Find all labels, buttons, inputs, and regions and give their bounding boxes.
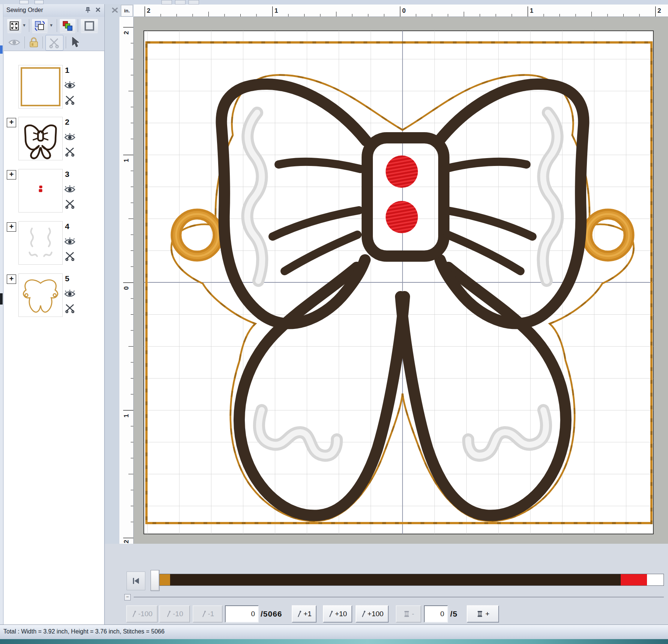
panel-header: Sewing Order (3, 4, 104, 17)
stitch-total-label: /5066 (261, 605, 282, 623)
close-icon[interactable] (95, 7, 101, 13)
current-stitch-input[interactable] (225, 605, 259, 623)
lock-icon[interactable] (28, 36, 39, 48)
eye-icon[interactable] (64, 81, 76, 90)
needle-icon (328, 610, 333, 618)
eye-toolbar-icon[interactable] (8, 38, 21, 47)
item-thumbnail-red-dots[interactable] (18, 169, 63, 213)
thread-progress-bar[interactable] (159, 574, 664, 586)
item-thumbnail-squiggles[interactable] (18, 221, 63, 265)
item-thumbnail-gold-bow[interactable] (18, 273, 63, 317)
separator (66, 36, 66, 48)
window-bottom-edge (0, 639, 668, 644)
v-ruler-label: 1 (123, 414, 130, 418)
edge-fragment (0, 293, 3, 305)
sewing-order-panel: Sewing Order ▼ (3, 4, 105, 624)
item-thumbnail-bow-outline[interactable] (18, 117, 63, 160)
separator (78, 19, 78, 32)
item-number: 5 (65, 274, 69, 283)
scissors-icon[interactable] (65, 251, 75, 261)
design-canvas[interactable] (134, 17, 668, 544)
order-options-button[interactable] (32, 19, 48, 33)
cutoff-icon (35, 0, 44, 4)
status-bar: Total : Width = 3.92 inch, Height = 3.76… (0, 624, 668, 639)
fit-to-window-icon (9, 21, 19, 31)
current-color-input[interactable] (424, 605, 448, 623)
thumbnail-gold-contour (19, 274, 62, 317)
scissors-icon[interactable] (65, 95, 75, 105)
list-item[interactable]: + 3 (4, 169, 104, 213)
stitch-back-1-button[interactable]: -1 (193, 605, 223, 623)
button-label: +1 (303, 610, 312, 618)
color-fwd-button[interactable]: + (467, 605, 499, 623)
list-item[interactable]: + 4 (4, 221, 104, 265)
stitch-back-10-button[interactable]: -10 (159, 605, 190, 623)
scissors-icon[interactable] (65, 147, 75, 157)
scissors-icon (48, 37, 60, 48)
thumbnail-gold-square (21, 67, 60, 106)
fit-to-window-button[interactable] (7, 19, 21, 33)
h-ruler-label: 1 (530, 7, 533, 14)
h-ruler-label: 2 (147, 7, 150, 14)
expand-plus-box[interactable]: + (7, 274, 16, 284)
scissors-icon[interactable] (65, 303, 75, 313)
h-ruler-label: 1 (274, 7, 278, 14)
panel-lower-gap (105, 544, 134, 545)
expand-plus-box[interactable]: + (7, 170, 16, 179)
expand-plus-box[interactable]: + (7, 118, 16, 127)
expand-plus-box[interactable]: + (7, 222, 16, 232)
stitch-fwd-1-button[interactable]: +1 (292, 605, 317, 623)
ruler-horizontal: 2 1 0 1 2 (134, 5, 668, 17)
stitch-fwd-10-button[interactable]: +10 (323, 605, 352, 623)
progress-segment-brown (170, 574, 621, 585)
panel-toolbar-row2 (3, 34, 104, 51)
eye-icon[interactable] (64, 185, 76, 194)
list-item[interactable]: + 2 (4, 117, 104, 161)
status-text: Total : Width = 3.92 inch, Height = 3.76… (3, 628, 164, 635)
hoop-frame-button[interactable] (81, 19, 98, 33)
needle-icon (201, 610, 207, 618)
color-back-button[interactable]: - (396, 605, 421, 623)
ruler-unit-label: in. (124, 8, 130, 14)
cutoff-icon (175, 0, 185, 5)
collapse-minus-box[interactable]: − (124, 594, 131, 600)
edge-fragment (0, 45, 3, 54)
cursor-arrow-icon[interactable] (70, 36, 80, 48)
stitch-fwd-100-button[interactable]: +100 (356, 605, 389, 623)
button-label: - (412, 610, 414, 618)
stitch-back-100-button[interactable]: -100 (126, 605, 158, 623)
separator (57, 19, 57, 32)
application-window: Sewing Order ▼ (0, 0, 668, 644)
h-ruler-label: 0 (402, 7, 406, 14)
needle-icon (131, 610, 137, 618)
ruler-vertical: 2 1 0 1 2 (119, 17, 134, 544)
lock-keyhole (32, 43, 33, 46)
fit-dropdown-arrow[interactable]: ▼ (22, 23, 27, 28)
needle-icon (166, 610, 171, 618)
item-number: 1 (65, 66, 69, 75)
progress-segment-gold (160, 574, 170, 585)
scissors-icon[interactable] (65, 199, 75, 209)
color-sort-button[interactable] (60, 19, 75, 33)
eye-icon[interactable] (64, 133, 76, 142)
ruler-unit-box[interactable]: in. (121, 5, 133, 17)
order-options-icon (34, 20, 45, 32)
scissors-toolbar-button[interactable] (45, 35, 63, 51)
spool-icon (403, 610, 410, 618)
eye-icon[interactable] (64, 289, 76, 298)
button-label: +100 (368, 610, 384, 618)
color-sort-icon (62, 21, 73, 31)
simulator-slider-handle[interactable] (151, 570, 160, 591)
item-number: 2 (65, 118, 69, 127)
pin-icon[interactable] (84, 7, 91, 14)
h-ruler-label: 2 (657, 7, 661, 14)
list-item[interactable]: + 5 (4, 273, 104, 318)
item-thumbnail-square[interactable] (18, 65, 63, 109)
order-dropdown-arrow[interactable]: ▼ (49, 23, 54, 28)
thumbnail-white-squiggles (19, 222, 62, 264)
ruler-corner-close-icon[interactable] (111, 6, 119, 14)
eye-icon[interactable] (64, 237, 76, 246)
list-item[interactable]: 1 (4, 65, 104, 109)
speed-slider-line[interactable] (134, 597, 664, 597)
rewind-start-button[interactable] (127, 572, 145, 590)
